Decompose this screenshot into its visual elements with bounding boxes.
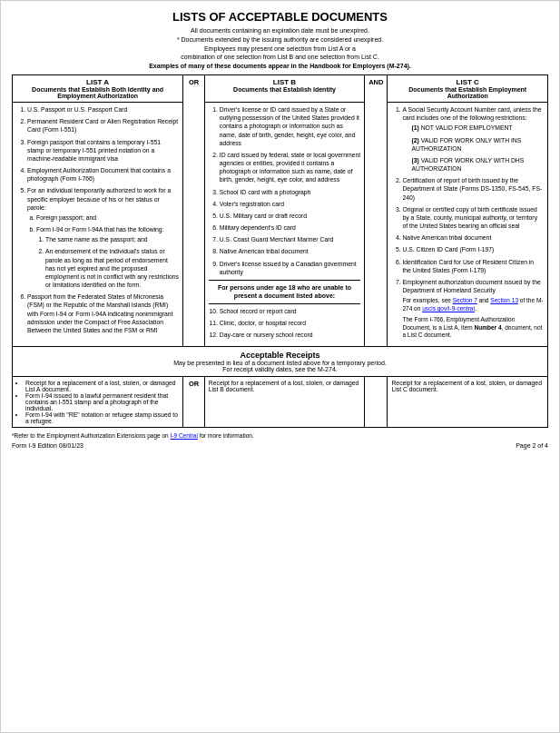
list-a-item-6: Passport from the Federated States of Mi… [27,292,179,334]
receipts-or-label: OR [183,377,205,428]
list-b-header: LIST B Documents that Establish Identity [204,74,364,102]
subtitle-line-2: * Documents extended by the issuing auth… [177,36,383,43]
list-c-item-5: U.S. Citizen ID Card (Form I-197) [402,245,544,253]
list-a-item-5b: Form I-94 or Form I-94A that has the fol… [36,225,179,289]
list-b-item-8: Native American tribal document [220,247,360,255]
list-b-label: LIST B [209,78,360,86]
list-a-item-1: U.S. Passport or U.S. Passport Card [27,105,179,114]
list-b-item-12: Day-care or nursery school record [220,331,360,339]
list-c-restriction-3: (3) VALID FOR WORK ONLY WITH DHS AUTHORI… [411,156,544,173]
section7-link[interactable]: Section 7 [453,297,477,303]
list-c-item-3: Original or certified copy of birth cert… [402,205,544,231]
list-b-item-9: Driver's license issued by a Canadian go… [220,260,360,276]
list-b-item-1: Driver's license or ID card issued by a … [220,105,360,147]
list-c-item-6: Identification Card for Use of Resident … [402,258,544,274]
list-b-item-5: U.S. Military card or draft record [220,212,360,220]
receipts-list-c: Receipt for a replacement of a lost, sto… [388,377,548,428]
subtitle-block: All documents containing an expiration d… [12,26,548,71]
receipts-list-b: Receipt for a replacement of a lost, sto… [204,377,364,428]
list-c-label: LIST C [391,78,544,86]
list-a-label: LIST A [16,78,179,86]
acceptable-receipts-title: Acceptable Receipts [16,351,544,360]
list-c-item-7: Employment authorization document issued… [402,278,544,340]
list-b-item-7: U.S. Coast Guard Merchant Mariner Card [220,235,360,243]
i9-central-link[interactable]: I-9 Central [171,432,198,439]
footer-note: *Refer to the Employment Authorization E… [12,432,548,439]
list-c-restriction-1: (1) NOT VALID FOR EMPLOYMENT [411,124,544,132]
receipts-list-a-item-1: Receipt for a replacement of a lost, sto… [25,380,179,392]
acceptable-receipts-subtitle2: For receipt validity dates, see the M-27… [16,366,544,372]
uscis-link[interactable]: uscis.gov/i-9-central [422,305,475,312]
list-a-item-5b1: The same name as the passport; and [45,235,179,243]
list-a-sublabel: Documents that Establish Both Identity a… [16,86,179,99]
list-a-item-2: Permanent Resident Card or Alien Registr… [27,117,179,134]
list-b-item-3: School ID card with a photograph [220,188,360,196]
list-c-restriction-2: (2) VALID FOR WORK ONLY WITH INS AUTHORI… [411,136,544,153]
list-b-sublabel: Documents that Establish Identity [209,86,360,93]
list-b-item-4: Voter's registration card [220,200,360,208]
or-label: OR [183,74,205,346]
list-a-item-5b2: An endorsement of the individual's statu… [45,247,179,289]
subtitle-line-1: All documents containing an expiration d… [191,27,369,34]
list-c-item-1: A Social Security Account Number card, u… [402,105,544,173]
list-a-content: U.S. Passport or U.S. Passport Card Perm… [13,102,183,346]
list-b-item-2: ID card issued by federal, state or loca… [220,151,360,184]
section13-link[interactable]: Section 13 [490,297,518,303]
list-a-item-3: Foreign passport that contains a tempora… [27,138,179,163]
receipts-list-a-item-3: Form I-94 with "RE" notation or refugee … [25,411,179,424]
list-b-item-11: Clinic, doctor, or hospital record [220,319,360,327]
footer-left: Form I-9 Edition 08/01/23 [12,442,84,449]
list-c-sublabel: Documents that Establish Employment Auth… [391,86,544,99]
list-a-item-5: For an individual temporarily authorized… [27,186,179,289]
subtitle-line-4: combination of one selection from List B… [181,54,379,60]
list-c-item-4: Native American tribal document [402,233,544,242]
list-c-header: LIST C Documents that Establish Employme… [388,74,548,102]
under18-box: For persons under age 18 who are unable … [209,280,360,304]
acceptable-receipts-content-row: Receipt for a replacement of a lost, sto… [13,377,548,428]
footer-bar: Form I-9 Edition 08/01/23 Page 2 of 4 [12,442,548,449]
and-label: AND [365,74,388,346]
list-c-item7-note: The Form I-766, Employment Authorization… [402,316,544,340]
list-a-item-4: Employment Authorization Document that c… [27,166,179,183]
footer-right: Page 2 of 4 [516,442,548,449]
acceptable-receipts-subtitle: May be presented in lieu of a document l… [16,360,544,366]
receipts-list-a-item-2: Form I-94 issued to a lawful permanent r… [25,392,179,411]
documents-table: LIST A Documents that Establish Both Ide… [12,74,548,428]
receipts-and-label [365,377,388,428]
bold-subtitle: Examples of many of these documents appe… [149,63,411,69]
list-a-item-5a: Foreign passport; and [36,213,179,222]
list-c-content: A Social Security Account Number card, u… [388,102,548,346]
list-b-item-10: School record or report card [220,307,360,315]
list-b-item-6: Military dependent's ID card [220,223,360,232]
list-c-item-2: Certification of report of birth issued … [402,176,544,202]
subtitle-line-3: Employees may present one selection from… [204,45,356,52]
acceptable-receipts-header-row: Acceptable Receipts May be presented in … [13,347,548,377]
list-b-content: Driver's license or ID card issued by a … [204,102,364,346]
page: LISTS OF ACCEPTABLE DOCUMENTS All docume… [0,0,560,733]
receipts-list-a: Receipt for a replacement of a lost, sto… [13,377,183,428]
list-a-header: LIST A Documents that Establish Both Ide… [13,74,183,102]
main-title: LISTS OF ACCEPTABLE DOCUMENTS [12,10,548,24]
